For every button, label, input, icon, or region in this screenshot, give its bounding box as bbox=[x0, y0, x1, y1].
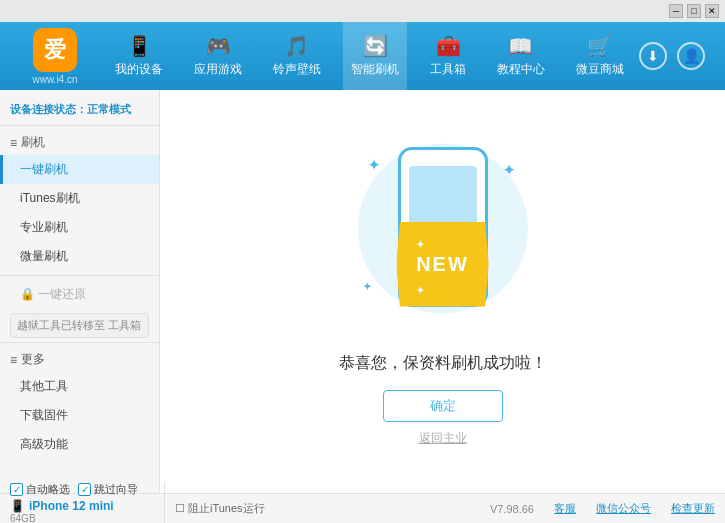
nav-right: ⬇ 👤 bbox=[639, 42, 715, 70]
sidebar-item-one-key-restore: 🔒 一键还原 bbox=[0, 280, 159, 309]
flash-section-title: ≡ 刷机 bbox=[0, 130, 159, 155]
ringtones-icon: 🎵 bbox=[284, 34, 309, 58]
nav-smart-flash[interactable]: 🔄 智能刷机 bbox=[343, 22, 407, 90]
device-storage: 64GB bbox=[10, 513, 154, 523]
main-area: 设备连接状态：正常模式 ≡ 刷机 一键刷机 iTunes刷机 专业刷机 微量刷机… bbox=[0, 90, 725, 493]
success-message: 恭喜您，保资料刷机成功啦！ bbox=[339, 353, 547, 374]
nav-toolbox[interactable]: 🧰 工具箱 bbox=[422, 22, 474, 90]
nav-apps-games[interactable]: 🎮 应用游戏 bbox=[186, 22, 250, 90]
service-link[interactable]: 客服 bbox=[554, 501, 576, 516]
version-text: V7.98.66 bbox=[490, 503, 534, 515]
toolbox-icon: 🧰 bbox=[436, 34, 461, 58]
skip-wizard-checkbox[interactable]: ✓ 跳过向导 bbox=[78, 482, 138, 497]
nav: 📱 我的设备 🎮 应用游戏 🎵 铃声壁纸 🔄 智能刷机 🧰 工具箱 📖 教程中心… bbox=[100, 22, 639, 90]
sidebar-item-save-data-flash[interactable]: 微量刷机 bbox=[0, 242, 159, 271]
sidebar-restore-notice: 越狱工具已转移至 工具箱 bbox=[10, 313, 149, 338]
apps-games-icon: 🎮 bbox=[206, 34, 231, 58]
title-bar: ─ □ ✕ bbox=[0, 0, 725, 22]
skip-wizard-checkbox-box[interactable]: ✓ bbox=[78, 483, 91, 496]
nav-smart-flash-label: 智能刷机 bbox=[351, 61, 399, 78]
sidebar-item-one-click-flash[interactable]: 一键刷机 bbox=[0, 155, 159, 184]
sparkle-bl: ✦ bbox=[363, 281, 371, 292]
sidebar-item-advanced[interactable]: 高级功能 bbox=[0, 430, 159, 459]
sidebar-item-itunes-flash[interactable]: iTunes刷机 bbox=[0, 184, 159, 213]
nav-toolbox-label: 工具箱 bbox=[430, 61, 466, 78]
sidebar-item-download-firmware[interactable]: 下载固件 bbox=[0, 401, 159, 430]
status-value: 正常模式 bbox=[87, 103, 131, 115]
bottom-status: V7.98.66 客服 微信公众号 检查更新 bbox=[275, 501, 715, 516]
nav-ringtones[interactable]: 🎵 铃声壁纸 bbox=[265, 22, 329, 90]
logo: 爱 www.i4.cn bbox=[10, 28, 100, 85]
account-button[interactable]: 👤 bbox=[677, 42, 705, 70]
flash-section-icon: ≡ bbox=[10, 136, 17, 150]
auto-skip-checkbox[interactable]: ✓ 自动略选 bbox=[10, 482, 70, 497]
success-illustration: ✦ ✦ ✦ ✦ NEW ✦ bbox=[353, 137, 533, 337]
nav-tutorials-label: 教程中心 bbox=[497, 61, 545, 78]
device-icon: 📱 bbox=[10, 499, 25, 513]
sidebar-divider-2 bbox=[0, 342, 159, 343]
more-section-title: ≡ 更多 bbox=[0, 347, 159, 372]
device-info: ✓ 自动略选 ✓ 跳过向导 📱 iPhone 12 mini 64GB Down… bbox=[10, 482, 165, 523]
sidebar-item-other-tools[interactable]: 其他工具 bbox=[0, 372, 159, 401]
maximize-button[interactable]: □ bbox=[687, 4, 701, 18]
close-button[interactable]: ✕ bbox=[705, 4, 719, 18]
wechat-link[interactable]: 微信公众号 bbox=[596, 501, 651, 516]
minimize-button[interactable]: ─ bbox=[669, 4, 683, 18]
itunes-icon: ☐ bbox=[175, 502, 185, 515]
download-button[interactable]: ⬇ bbox=[639, 42, 667, 70]
checkbox-group: ✓ 自动略选 ✓ 跳过向导 bbox=[10, 482, 165, 497]
smart-flash-icon: 🔄 bbox=[363, 34, 388, 58]
content-area: ✦ ✦ ✦ ✦ NEW ✦ 恭喜您，保资料刷机成功啦！ 确定 返回主业 bbox=[160, 90, 725, 493]
bottom-bar: ✓ 自动略选 ✓ 跳过向导 📱 iPhone 12 mini 64GB Down… bbox=[0, 493, 725, 523]
auto-skip-label: 自动略选 bbox=[26, 482, 70, 497]
new-badge: ✦ NEW ✦ bbox=[396, 222, 489, 307]
device-name: 📱 iPhone 12 mini bbox=[10, 499, 154, 513]
logo-site: www.i4.cn bbox=[32, 74, 77, 85]
confirm-button[interactable]: 确定 bbox=[383, 390, 503, 422]
itunes-toggle-button[interactable]: ☐ 阻止iTunes运行 bbox=[175, 501, 265, 516]
more-section-icon: ≡ bbox=[10, 353, 17, 367]
my-device-icon: 📱 bbox=[127, 34, 152, 58]
back-link[interactable]: 返回主业 bbox=[419, 430, 467, 447]
nav-weibo-store-label: 微豆商城 bbox=[576, 61, 624, 78]
nav-my-device[interactable]: 📱 我的设备 bbox=[107, 22, 171, 90]
sparkle-tr: ✦ bbox=[503, 162, 515, 178]
skip-wizard-label: 跳过向导 bbox=[94, 482, 138, 497]
logo-icon: 爱 bbox=[33, 28, 77, 72]
nav-apps-games-label: 应用游戏 bbox=[194, 61, 242, 78]
weibo-store-icon: 🛒 bbox=[587, 34, 612, 58]
sidebar-item-pro-flash[interactable]: 专业刷机 bbox=[0, 213, 159, 242]
nav-weibo-store[interactable]: 🛒 微豆商城 bbox=[568, 22, 632, 90]
tutorials-icon: 📖 bbox=[508, 34, 533, 58]
lock-icon: 🔒 bbox=[20, 287, 35, 301]
nav-tutorials[interactable]: 📖 教程中心 bbox=[489, 22, 553, 90]
nav-my-device-label: 我的设备 bbox=[115, 61, 163, 78]
header: 爱 www.i4.cn 📱 我的设备 🎮 应用游戏 🎵 铃声壁纸 🔄 智能刷机 … bbox=[0, 22, 725, 90]
device-status: 设备连接状态：正常模式 bbox=[0, 98, 159, 126]
status-label: 设备连接状态： bbox=[10, 103, 87, 115]
sparkle-tl: ✦ bbox=[368, 157, 380, 173]
sidebar: 设备连接状态：正常模式 ≡ 刷机 一键刷机 iTunes刷机 专业刷机 微量刷机… bbox=[0, 90, 160, 493]
sidebar-divider-1 bbox=[0, 275, 159, 276]
auto-skip-checkbox-box[interactable]: ✓ bbox=[10, 483, 23, 496]
update-link[interactable]: 检查更新 bbox=[671, 501, 715, 516]
nav-ringtones-label: 铃声壁纸 bbox=[273, 61, 321, 78]
